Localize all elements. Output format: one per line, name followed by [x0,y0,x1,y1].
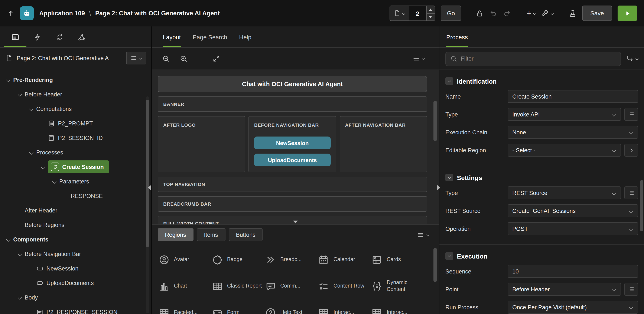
tree-item-new-session[interactable]: NewSession [0,261,151,276]
gallery-tab-regions[interactable]: Regions [158,228,193,241]
run-page-button[interactable] [618,6,637,21]
gallery-item-dynamic-content[interactable]: Dynamic Content [371,274,424,298]
gallery-item-calendar[interactable]: Calendar [318,248,372,272]
section-identification-header[interactable]: Identification [440,70,644,90]
apex-logo[interactable] [20,7,34,20]
region-before-navigation-bar[interactable]: BEFORE NAVIGATION BAR NewSession UploadD… [249,116,336,172]
point-select[interactable]: Before Header [508,283,621,296]
zoom-out-icon[interactable] [162,55,170,63]
page-up-button[interactable] [426,6,434,14]
point-quick-pick-button[interactable] [624,283,638,296]
region-after-navigation-bar[interactable]: AFTER NAVIGATION BAR [340,116,427,172]
canvas-scrollbar-thumb[interactable] [434,101,437,141]
settings-type-quick-pick-button[interactable] [624,186,638,199]
right-scrollbar-thumb[interactable] [640,180,643,231]
gallery-scrollbar-thumb[interactable] [434,248,437,282]
gallery-item-cards[interactable]: Cards [371,248,424,272]
tab-help[interactable]: Help [239,27,252,47]
type-quick-pick-button[interactable] [624,108,638,121]
region-banner[interactable]: BANNER [158,96,427,112]
run-process-select[interactable]: Once Per Page Visit (default) [508,301,638,313]
tree-item-parameters[interactable]: Parameters [0,174,151,189]
execution-chain-select[interactable]: None [508,126,638,139]
tab-layout[interactable]: Layout [163,27,181,47]
tab-dynamic-actions[interactable] [26,27,48,47]
collapse-icon[interactable] [446,77,453,85]
operation-select[interactable]: POST [508,222,638,235]
editable-region-select[interactable]: - Select - [508,144,621,157]
gallery-item-help-text[interactable]: Help Text [265,301,318,314]
collapse-icon[interactable] [446,174,453,181]
gallery-item-avatar[interactable]: Avatar [158,248,212,272]
gallery-item-comments[interactable]: Comm... [265,274,318,298]
tree-item-upload-documents[interactable]: UploadDocuments [0,276,151,290]
tree-item-response[interactable]: RESPONSE [0,189,151,203]
tree-item-p2-session-id[interactable]: P2_SESSION_ID [0,131,151,145]
save-button[interactable]: Save [582,6,612,21]
upload-documents-button[interactable]: UploadDocuments [254,154,331,166]
gallery-item-faceted-search[interactable]: Faceted... [158,301,212,314]
region-after-logo[interactable]: AFTER LOGO [158,116,245,172]
utilities-menu-button[interactable] [541,10,553,17]
tree-menu-button[interactable] [126,52,146,64]
region-breadcrumb-bar[interactable]: BREADCRUMB BAR [158,196,427,212]
sequence-input[interactable] [508,265,638,278]
tree-item-body[interactable]: Body [0,290,151,304]
tree-item-p2-prompt[interactable]: P2_PROMPT [0,116,151,131]
gallery-item-form[interactable]: Form [212,301,265,314]
page-finder-button[interactable] [390,6,409,21]
zoom-in-icon[interactable] [180,55,188,63]
layout-menu-button[interactable] [408,52,429,65]
tab-rendering[interactable] [4,27,26,47]
gallery-item-badge[interactable]: Badge [212,248,265,272]
name-input[interactable] [508,90,638,103]
collapse-left-panel-icon[interactable] [148,185,151,190]
gallery-item-content-row[interactable]: Content Row [318,274,372,298]
expand-icon[interactable] [212,55,220,63]
collapse-right-panel-icon[interactable] [437,185,440,190]
gallery-tab-items[interactable]: Items [197,228,225,241]
tree-item-pre-rendering[interactable]: Pre-Rendering [0,73,151,87]
shared-components-flask-icon[interactable] [568,9,577,17]
gallery-item-classic-report[interactable]: Classic Report [212,274,265,298]
breadcrumb-application[interactable]: Application 109 [39,10,85,17]
new-session-button[interactable]: NewSession [254,137,331,149]
go-button[interactable]: Go [440,6,461,21]
tree-item-after-header[interactable]: After Header [0,203,151,218]
tree-item-computations[interactable]: Computations [0,102,151,116]
gallery-item-chart[interactable]: Chart [158,274,212,298]
tree-item-before-navigation-bar[interactable]: Before Navigation Bar [0,247,151,261]
tree-item-before-regions[interactable]: Before Regions [0,218,151,232]
section-execution-header[interactable]: Execution [440,245,644,265]
region-top-navigation[interactable]: TOP NAVIGATION [158,177,427,192]
redo-icon[interactable] [503,9,511,17]
tab-processing[interactable] [48,27,71,47]
tree-item-components[interactable]: Components [0,232,151,247]
region-page-title[interactable]: Chat with OCI Generative AI Agent [158,76,427,92]
scroll-top-icon[interactable] [7,10,14,17]
tree-item-processes[interactable]: Processes [0,145,151,160]
page-lock-icon[interactable] [476,9,484,17]
gallery-item-interactive-grid[interactable]: Interac... [318,301,372,314]
tree-item-before-header[interactable]: Before Header [0,87,151,102]
gallery-menu-button[interactable] [412,228,433,241]
region-full-width-content[interactable]: FULL WIDTH CONTENT [158,216,427,225]
rest-source-select[interactable]: Create_GenAI_Sessions [508,204,638,217]
tab-page-search[interactable]: Page Search [193,27,227,47]
tree-item-create-session[interactable]: Create Session [0,160,151,174]
undo-icon[interactable] [490,9,498,17]
create-menu-button[interactable]: + [526,9,536,18]
tab-process[interactable]: Process [446,27,468,47]
filter-input[interactable] [461,56,616,62]
page-node-title[interactable]: Page 2: Chat with OCI Generative A [16,55,122,61]
type-select[interactable]: Invoke API [508,108,621,121]
splitter-down-icon[interactable] [293,221,298,223]
section-settings-header[interactable]: Settings [440,166,644,186]
left-scrollbar-thumb[interactable] [146,100,149,247]
page-down-button[interactable] [426,14,434,21]
gallery-item-interactive-report[interactable]: Interac... [371,301,424,314]
gallery-item-breadcrumb[interactable]: Breadc... [265,248,318,272]
gallery-tab-buttons[interactable]: Buttons [229,228,263,241]
selected-tree-item[interactable]: Create Session [48,160,109,173]
tab-shared-components[interactable] [71,27,93,47]
